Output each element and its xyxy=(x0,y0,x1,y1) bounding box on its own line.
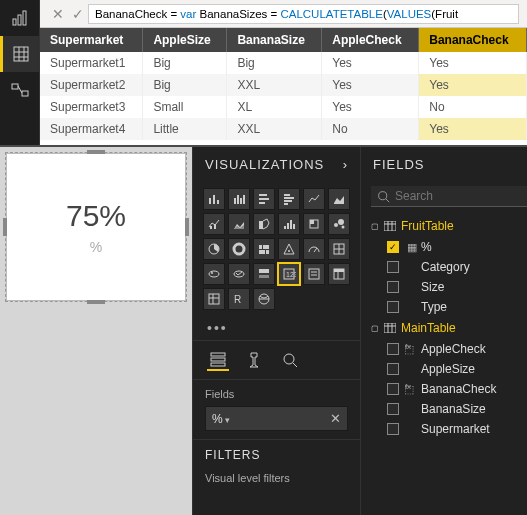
formula-commit-icon[interactable]: ✓ xyxy=(68,6,88,22)
svg-rect-22 xyxy=(284,197,294,199)
grid-cell[interactable]: Yes xyxy=(419,52,527,74)
viz-type-button[interactable] xyxy=(253,188,275,210)
viz-type-button[interactable] xyxy=(253,238,275,260)
model-view-button[interactable] xyxy=(0,72,39,108)
svg-point-43 xyxy=(288,250,290,252)
viz-type-button[interactable] xyxy=(228,263,250,285)
grid-cell[interactable]: Supermarket3 xyxy=(40,96,143,118)
field-checkbox[interactable] xyxy=(387,363,399,375)
more-visuals-button[interactable]: ••• xyxy=(193,316,360,340)
field-node[interactable]: ⬚fxBananaCheck xyxy=(369,379,527,399)
search-input[interactable] xyxy=(395,189,527,203)
field-well-item[interactable]: % ▾ ✕ xyxy=(205,406,348,431)
viz-type-button[interactable] xyxy=(228,238,250,260)
svg-rect-39 xyxy=(259,245,262,249)
grid-cell[interactable]: Yes xyxy=(322,52,419,74)
viz-type-button[interactable] xyxy=(328,188,350,210)
viz-type-button[interactable] xyxy=(203,213,225,235)
viz-type-button[interactable] xyxy=(328,238,350,260)
collapse-icon[interactable]: › xyxy=(343,157,348,172)
grid-cell[interactable]: Supermarket2 xyxy=(40,74,143,96)
field-checkbox[interactable] xyxy=(387,383,399,395)
field-checkbox[interactable] xyxy=(387,423,399,435)
viz-type-button[interactable] xyxy=(253,213,275,235)
grid-cell[interactable]: XL xyxy=(227,96,322,118)
field-node[interactable]: ▦% xyxy=(369,237,527,257)
grid-cell[interactable]: Little xyxy=(143,118,227,140)
viz-type-button[interactable] xyxy=(303,238,325,260)
grid-cell[interactable]: Big xyxy=(143,74,227,96)
field-node[interactable]: Type xyxy=(369,297,527,317)
viz-type-button[interactable] xyxy=(303,213,325,235)
svg-rect-14 xyxy=(234,198,236,204)
field-node[interactable]: Category xyxy=(369,257,527,277)
formula-cancel-icon[interactable]: ✕ xyxy=(48,6,68,22)
visual-filters-label: Visual level filters xyxy=(205,472,348,484)
viz-type-button[interactable] xyxy=(328,213,350,235)
viz-type-button[interactable] xyxy=(303,263,325,285)
grid-cell[interactable]: No xyxy=(419,96,527,118)
viz-type-button[interactable] xyxy=(203,288,225,310)
grid-cell[interactable]: Small xyxy=(143,96,227,118)
table-node[interactable]: ▢MainTable xyxy=(369,317,527,339)
card-visual[interactable]: 75% % xyxy=(6,153,186,301)
viz-type-button[interactable] xyxy=(228,188,250,210)
viz-type-button[interactable] xyxy=(328,263,350,285)
column-header[interactable]: BananaCheck xyxy=(419,28,527,52)
column-header[interactable]: AppleCheck xyxy=(322,28,419,52)
grid-cell[interactable]: Supermarket1 xyxy=(40,52,143,74)
format-tab[interactable] xyxy=(243,349,265,371)
viz-type-button[interactable] xyxy=(278,213,300,235)
grid-cell[interactable]: No xyxy=(322,118,419,140)
field-checkbox[interactable] xyxy=(387,301,399,313)
viz-type-button[interactable]: 123 xyxy=(278,263,300,285)
viz-type-button[interactable] xyxy=(203,188,225,210)
svg-rect-11 xyxy=(209,198,211,204)
fields-tab[interactable] xyxy=(207,349,229,371)
grid-cell[interactable]: Yes xyxy=(419,118,527,140)
field-checkbox[interactable] xyxy=(387,261,399,273)
viz-type-button[interactable] xyxy=(203,263,225,285)
field-node[interactable]: AppleSize xyxy=(369,359,527,379)
viz-type-button[interactable] xyxy=(203,238,225,260)
field-node[interactable]: BananaSize xyxy=(369,399,527,419)
grid-cell[interactable]: Yes xyxy=(322,74,419,96)
viz-type-button[interactable] xyxy=(253,288,275,310)
field-node[interactable]: Size xyxy=(369,277,527,297)
report-view-button[interactable] xyxy=(0,0,39,36)
grid-cell[interactable]: Yes xyxy=(322,96,419,118)
field-checkbox[interactable] xyxy=(387,281,399,293)
field-checkbox[interactable] xyxy=(387,403,399,415)
viz-type-button[interactable] xyxy=(303,188,325,210)
remove-field-button[interactable]: ✕ xyxy=(330,411,341,426)
report-canvas[interactable]: 75% % xyxy=(0,147,192,515)
viz-type-button[interactable]: R xyxy=(228,288,250,310)
grid-cell[interactable]: XXL xyxy=(227,74,322,96)
svg-rect-69 xyxy=(211,363,225,366)
svg-point-48 xyxy=(209,271,219,277)
grid-cell[interactable]: Big xyxy=(143,52,227,74)
viz-type-button[interactable] xyxy=(228,213,250,235)
viz-type-button[interactable] xyxy=(278,188,300,210)
grid-cell[interactable]: Supermarket4 xyxy=(40,118,143,140)
column-header[interactable]: AppleSize xyxy=(143,28,227,52)
grid-cell[interactable]: XXL xyxy=(227,118,322,140)
data-grid[interactable]: SupermarketAppleSizeBananaSizeAppleCheck… xyxy=(40,28,527,140)
table-node[interactable]: ▢FruitTable xyxy=(369,215,527,237)
column-header[interactable]: Supermarket xyxy=(40,28,143,52)
fields-search[interactable] xyxy=(371,186,527,207)
grid-cell[interactable]: Yes xyxy=(419,74,527,96)
svg-point-36 xyxy=(342,226,345,229)
viz-type-button[interactable] xyxy=(278,238,300,260)
svg-rect-12 xyxy=(213,195,215,204)
grid-cell[interactable]: Big xyxy=(227,52,322,74)
field-node[interactable]: ⬚fxAppleCheck xyxy=(369,339,527,359)
field-node[interactable]: Supermarket xyxy=(369,419,527,439)
field-checkbox[interactable] xyxy=(387,343,399,355)
formula-input[interactable]: BananaCheck = var BananaSizes = CALCULAT… xyxy=(88,4,519,24)
viz-type-button[interactable] xyxy=(253,263,275,285)
column-header[interactable]: BananaSize xyxy=(227,28,322,52)
field-checkbox[interactable] xyxy=(387,241,399,253)
analytics-tab[interactable] xyxy=(279,349,301,371)
data-view-button[interactable] xyxy=(0,36,39,72)
